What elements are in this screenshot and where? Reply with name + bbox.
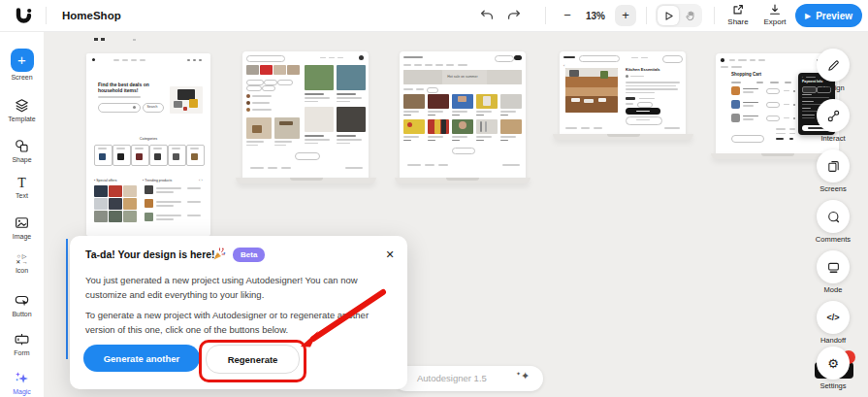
autodesigner-input-bar[interactable]: Autodesigner 1.5 ✦✦ (394, 366, 543, 391)
text-icon: T (17, 177, 26, 190)
mock-product-title: Kitchen Essentials (626, 67, 660, 72)
mock-headline: Find the best deals on household items! (98, 82, 149, 94)
selection-guide-line (66, 239, 68, 359)
screen-label-mark (101, 38, 105, 41)
panel-tab-mode-label: Mode (802, 285, 864, 294)
mock-section-left: ▪ Special offers (94, 179, 116, 182)
canvas-screen-2[interactable] (242, 51, 369, 178)
sidebar-item-image[interactable]: Image (0, 215, 44, 240)
laptop-base (236, 178, 376, 183)
pencil-icon (826, 58, 841, 73)
screen-label-mark (133, 39, 136, 41)
sidebar-item-screen[interactable]: + Screen (0, 49, 44, 81)
undo-icon[interactable] (479, 8, 495, 23)
zoom-out-button[interactable]: − (559, 7, 576, 24)
autodesigner-version-label: Autodesigner 1.5 (417, 373, 487, 383)
sidebar-item-shape[interactable]: Shape (0, 138, 44, 163)
canvas-screen-3[interactable]: Hot sale on summer (400, 51, 526, 178)
laptop-base (395, 178, 530, 183)
comment-bubble-icon (826, 210, 841, 224)
panel-tab-screens-label: Screens (802, 184, 864, 193)
divider (46, 7, 47, 24)
sidebar-item-form[interactable]: Form (0, 331, 44, 356)
panel-tab-mode[interactable] (817, 250, 850, 283)
interact-link-icon (826, 109, 841, 123)
uizard-editor: HomeShop − 13% + (0, 0, 868, 397)
panel-tab-screens[interactable] (817, 149, 850, 182)
zoom-in-button[interactable]: + (615, 5, 636, 26)
screens-stack-icon (826, 159, 841, 174)
preview-button[interactable]: ▶ Preview (795, 4, 862, 27)
select-tool-button[interactable] (658, 6, 679, 25)
panel-tab-interact-label: Interact (802, 134, 864, 143)
shapes-icon (14, 138, 30, 154)
panel-tab-comments[interactable] (817, 200, 850, 233)
panel-tab-design-label: Design (802, 83, 864, 92)
share-button[interactable]: Share (720, 3, 756, 26)
sidebar-item-template[interactable]: Template (0, 97, 44, 122)
mock-section-right: ▪ Trending products (143, 179, 172, 182)
sidebar-item-icon[interactable]: ○ ▷ ✕ → Icon (0, 253, 44, 274)
left-toolbar: + Screen Template Shape T Text (0, 31, 44, 397)
export-button[interactable]: Export (756, 3, 793, 26)
party-popper-icon (211, 247, 227, 262)
tool-switcher (656, 4, 702, 27)
form-icon (14, 331, 30, 347)
gear-icon: ⚙ (827, 357, 839, 370)
play-icon: ▶ (805, 12, 811, 20)
add-screen-icon: + (11, 49, 34, 72)
cursor-icon (662, 10, 675, 22)
sidebar-item-text[interactable]: T Text (0, 177, 44, 199)
panel-tab-design[interactable] (817, 49, 850, 82)
divider (545, 7, 546, 24)
project-title[interactable]: HomeShop (62, 10, 121, 21)
panel-tab-settings[interactable]: ⚙ (817, 347, 850, 380)
beta-badge: Beta (233, 248, 265, 262)
magic-sparkles-icon (14, 370, 30, 386)
redo-icon[interactable] (506, 8, 522, 23)
sparkle-icon: ✦✦ (516, 370, 530, 382)
share-icon (731, 3, 745, 17)
close-icon[interactable]: ✕ (382, 247, 398, 262)
mock-arrows: ‹ › (199, 178, 203, 182)
monitor-icon (826, 260, 841, 275)
panel-tab-settings-label: Settings (802, 381, 864, 390)
modal-title: Ta-da! Your design is here! (85, 248, 215, 260)
layers-icon (14, 97, 30, 114)
sidebar-item-button[interactable]: Button (0, 292, 44, 317)
image-icon (14, 215, 30, 231)
topbar: HomeShop − 13% + (0, 0, 868, 32)
button-icon (14, 292, 30, 309)
divider (646, 7, 647, 24)
export-icon (768, 3, 782, 17)
mock-categories-title: Categories (86, 137, 210, 141)
code-icon: </> (826, 313, 839, 322)
uizard-logo-icon[interactable] (15, 7, 33, 25)
mock-search-button: Search (143, 105, 162, 109)
mock-banner: Hot sale on summer (403, 75, 522, 79)
screen-label-mark (94, 38, 98, 41)
hand-tool-button[interactable] (681, 6, 700, 25)
laptop-base (553, 134, 693, 140)
zoom-level: 13% (579, 11, 612, 21)
hand-icon (685, 10, 697, 22)
annotation-arrow (291, 280, 390, 355)
canvas-screen-1[interactable]: Find the best deals on household items! … (86, 53, 210, 236)
sidebar-item-magic[interactable]: Magic (0, 370, 44, 395)
icon-set-icon: ○ ▷ ✕ → (16, 253, 28, 265)
divider (714, 7, 715, 24)
generate-another-button[interactable]: Generate another (83, 345, 200, 372)
panel-tab-handoff[interactable]: </> (817, 301, 850, 334)
canvas-screen-4[interactable]: ‹ Kitchen Essentials (560, 51, 686, 134)
panel-tab-handoff-label: Handoff (802, 336, 864, 345)
panel-tab-comments-label: Comments (802, 235, 864, 244)
panel-tab-interact[interactable] (817, 99, 850, 132)
mock-cart-title: Shopping Cart (731, 72, 761, 77)
